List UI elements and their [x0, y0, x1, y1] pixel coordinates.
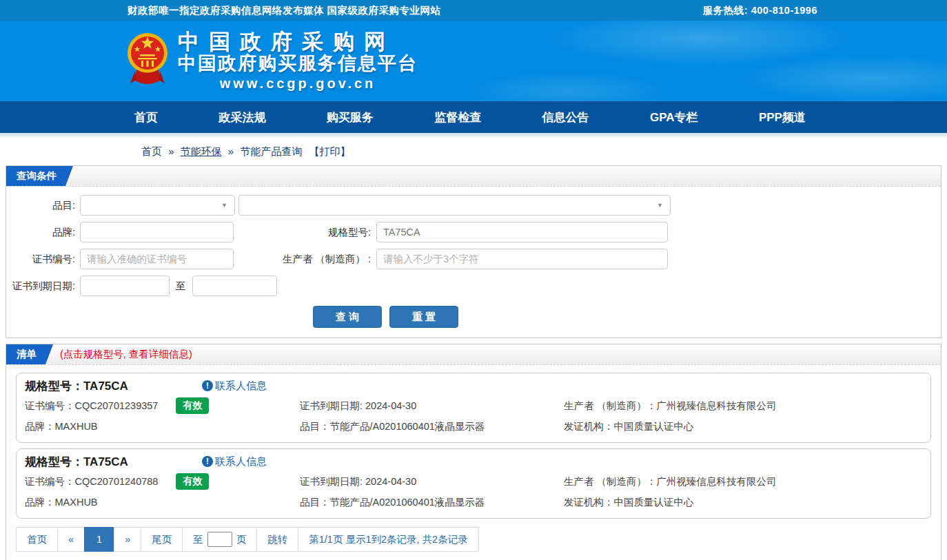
record-certificate-number: 证书编号：CQC20701240788	[25, 475, 158, 488]
model-label: 规格型号:	[234, 226, 376, 239]
model-input[interactable]	[376, 222, 668, 242]
search-button[interactable]: 查 询	[313, 306, 382, 328]
site-subtitle: 中国政府购买服务信息平台	[178, 53, 418, 75]
certificate-number-label: 证书编号:	[6, 253, 80, 266]
record-model-link[interactable]: 规格型号：TA75CA	[25, 454, 128, 470]
site-title: 中国政府采购网	[178, 30, 418, 53]
record-category: 品目：节能产品/A0201060401液晶显示器	[300, 420, 564, 433]
site-header: 中国政府采购网 中国政府购买服务信息平台 www.ccgp.gov.cn	[0, 21, 947, 101]
record-model-link[interactable]: 规格型号：TA75CA	[25, 378, 128, 394]
status-badge: 有效	[176, 397, 209, 414]
pagination: 首页 « 1 » 尾页 至 页 跳转 第1/1页 显示1到2条记录, 共2条记录	[16, 527, 931, 552]
pagination-summary: 第1/1页 显示1到2条记录, 共2条记录	[298, 527, 478, 552]
record-manufacturer: 生产者 （制造商）：广州视臻信息科技有限公司	[564, 475, 922, 488]
pagination-goto-cell: 至 页	[182, 527, 257, 552]
record-expiry-date: 证书到期日期: 2024-04-30	[300, 400, 564, 413]
record-brand: 品牌：MAXHUB	[25, 420, 300, 433]
top-utility-bar: 财政部唯一指定政府采购信息网络发布媒体 国家级政府采购专业网站 服务热线: 40…	[0, 0, 947, 21]
info-icon: !	[202, 456, 213, 467]
site-slogan: 财政部唯一指定政府采购信息网络发布媒体 国家级政府采购专业网站	[128, 4, 441, 17]
contact-info-link[interactable]: ! 联系人信息	[202, 455, 267, 468]
date-range-to-label: 至	[176, 280, 186, 293]
result-card: 规格型号：TA75CA ! 联系人信息 证书编号：CQC20701239357 …	[16, 373, 931, 443]
record-category: 品目：节能产品/A0201060401液晶显示器	[300, 496, 564, 509]
site-brand: 中国政府采购网 中国政府购买服务信息平台 www.ccgp.gov.cn	[126, 28, 418, 94]
nav-item-ppp[interactable]: PPP频道	[759, 110, 806, 125]
record-manufacturer: 生产者 （制造商）：广州视臻信息科技有限公司	[564, 400, 922, 413]
nav-item-gpa[interactable]: GPA专栏	[650, 110, 698, 125]
certificate-number-input[interactable]	[80, 249, 234, 269]
category-label: 品目:	[6, 199, 80, 212]
breadcrumb-current: 节能产品查询	[240, 145, 302, 157]
goto-suffix-label: 页	[236, 533, 247, 546]
result-cards: 规格型号：TA75CA ! 联系人信息 证书编号：CQC20701239357 …	[6, 365, 941, 519]
breadcrumb: 首页 » 节能环保 » 节能产品查询 【打印】	[0, 138, 947, 165]
brand-label: 品牌:	[6, 226, 80, 239]
contact-info-label: 联系人信息	[215, 380, 267, 393]
result-card: 规格型号：TA75CA ! 联系人信息 证书编号：CQC20701240788 …	[16, 448, 931, 519]
nav-item-purchase-services[interactable]: 购买服务	[327, 110, 374, 125]
category-select-secondary[interactable]: ▼	[238, 195, 671, 216]
record-certificate-number: 证书编号：CQC20701239357	[25, 400, 158, 413]
print-link[interactable]: 【打印】	[309, 145, 351, 157]
query-panel: 查询条件 品目: ▼ ▼ 品牌: 规格型号: 证书编号: 生产者 （制造商） :…	[6, 165, 941, 338]
tab-query-conditions: 查询条件	[6, 166, 73, 186]
nav-item-announcements[interactable]: 信息公告	[542, 110, 589, 125]
brand-input[interactable]	[80, 222, 234, 242]
goto-prefix-label: 至	[193, 533, 203, 546]
breadcrumb-separator: »	[228, 145, 234, 157]
manufacturer-input[interactable]	[376, 249, 668, 269]
status-badge: 有效	[176, 473, 209, 490]
pagination-page-1[interactable]: 1	[84, 527, 114, 552]
category-select-primary[interactable]: ▼	[80, 195, 235, 216]
list-hint-note: (点击规格型号, 查看详细信息)	[60, 344, 192, 364]
record-issuer: 发证机构：中国质量认证中心	[564, 496, 922, 509]
result-list-panel: 清单 (点击规格型号, 查看详细信息) 规格型号：TA75CA ! 联系人信息 …	[6, 344, 941, 560]
query-panel-tabbar: 查询条件	[6, 166, 941, 187]
record-expiry-date: 证书到期日期: 2024-04-30	[300, 475, 564, 488]
nav-item-regulations[interactable]: 政采法规	[218, 110, 265, 125]
tab-list: 清单	[6, 344, 53, 364]
nav-shadow-strip	[0, 133, 947, 138]
reset-button[interactable]: 重 置	[389, 306, 458, 328]
pagination-first-button[interactable]: 首页	[16, 527, 58, 552]
pagination-prev-button[interactable]: «	[57, 527, 85, 552]
contact-info-link[interactable]: ! 联系人信息	[202, 380, 267, 393]
breadcrumb-separator: »	[168, 145, 174, 157]
national-emblem-logo	[126, 28, 169, 94]
expiry-date-from-input[interactable]	[80, 276, 170, 296]
goto-page-input[interactable]	[207, 532, 232, 547]
breadcrumb-home[interactable]: 首页	[141, 145, 162, 157]
info-icon: !	[202, 380, 213, 391]
record-issuer: 发证机构：中国质量认证中心	[564, 420, 922, 433]
site-url: www.ccgp.gov.cn	[178, 76, 418, 92]
nav-item-supervision[interactable]: 监督检查	[434, 110, 481, 125]
contact-info-label: 联系人信息	[215, 455, 267, 468]
list-panel-tabbar: 清单 (点击规格型号, 查看详细信息)	[6, 344, 941, 365]
nav-item-home[interactable]: 首页	[134, 110, 158, 125]
expiry-date-to-input[interactable]	[192, 276, 277, 296]
pagination-next-button[interactable]: »	[114, 527, 141, 552]
query-form: 品目: ▼ ▼ 品牌: 规格型号: 证书编号: 生产者 （制造商） : 证书到期…	[6, 187, 941, 338]
manufacturer-label: 生产者 （制造商） :	[234, 253, 376, 266]
breadcrumb-category[interactable]: 节能环保	[181, 145, 222, 157]
main-nav: 首页 政采法规 购买服务 监督检查 信息公告 GPA专栏 PPP频道	[0, 101, 947, 133]
pagination-last-button[interactable]: 尾页	[141, 527, 183, 552]
service-hotline: 服务热线: 400-810-1996	[703, 4, 817, 17]
chevron-down-icon: ▼	[657, 202, 663, 209]
expiry-date-label: 证书到期日期:	[6, 280, 80, 293]
chevron-down-icon: ▼	[221, 202, 227, 209]
record-brand: 品牌：MAXHUB	[25, 496, 300, 509]
pagination-jump-button[interactable]: 跳转	[256, 527, 298, 552]
